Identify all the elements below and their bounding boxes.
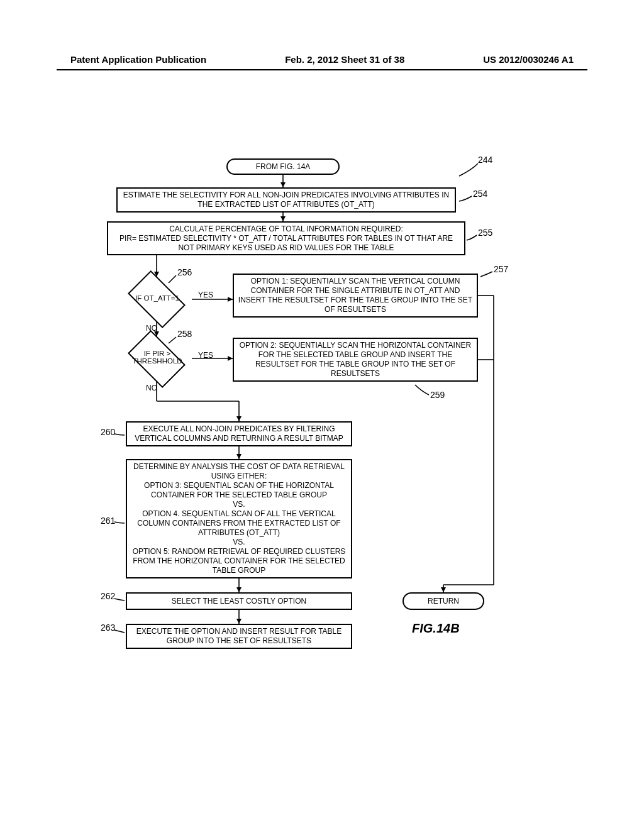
- process-255-text: CALCULATE PERCENTAGE OF TOTAL INFORMATIO…: [112, 224, 460, 253]
- process-259-text: OPTION 2: SEQUENTIALLY SCAN THE HORIZONT…: [238, 341, 473, 379]
- no-label-258: NO: [146, 384, 157, 392]
- process-260: EXECUTE ALL NON-JOIN PREDICATES BY FILTE…: [126, 421, 352, 446]
- process-262-text: SELECT THE LEAST COSTLY OPTION: [172, 597, 306, 606]
- header-right: US 2012/0030246 A1: [483, 54, 574, 65]
- header-center: Feb. 2, 2012 Sheet 31 of 38: [285, 54, 404, 65]
- process-254: ESTIMATE THE SELECTIVITY FOR ALL NON-JOI…: [116, 187, 456, 213]
- ref-259: 259: [430, 390, 445, 400]
- process-263: EXECUTE THE OPTION AND INSERT RESULT FOR…: [126, 624, 352, 649]
- ref-261: 261: [101, 516, 115, 526]
- connector-label: FROM FIG. 14A: [256, 162, 311, 172]
- flowchart-canvas: FROM FIG. 14A ESTIMATE THE SELECTIVITY F…: [101, 151, 541, 755]
- ref-258: 258: [177, 329, 192, 339]
- page-header: Patent Application Publication Feb. 2, 2…: [0, 54, 644, 65]
- process-261: DETERMINE BY ANALYSIS THE COST OF DATA R…: [126, 459, 352, 578]
- page: Patent Application Publication Feb. 2, 2…: [0, 0, 644, 830]
- ref-244: 244: [478, 155, 492, 165]
- svg-marker-1: [280, 182, 286, 187]
- svg-line-29: [169, 337, 176, 343]
- svg-marker-15: [236, 416, 242, 421]
- ref-260: 260: [101, 427, 115, 437]
- process-257-text: OPTION 1: SEQUENTIALLY SCAN THE VERTICAL…: [238, 277, 473, 314]
- connector-from-fig14a: FROM FIG. 14A: [226, 158, 340, 175]
- svg-marker-19: [236, 587, 242, 592]
- header-rule: [57, 69, 587, 70]
- no-label-256: NO: [146, 324, 157, 333]
- header-left: Patent Application Publication: [70, 54, 206, 65]
- decision-256: [128, 270, 186, 328]
- process-261-text: DETERMINE BY ANALYSIS THE COST OF DATA R…: [131, 462, 347, 575]
- svg-marker-17: [236, 454, 242, 459]
- process-255: CALCULATE PERCENTAGE OF TOTAL INFORMATIO…: [107, 221, 465, 255]
- ref-256: 256: [177, 267, 192, 277]
- process-262: SELECT THE LEAST COSTLY OPTION: [126, 592, 352, 610]
- process-257: OPTION 1: SEQUENTIALLY SCAN THE VERTICAL…: [233, 274, 478, 318]
- process-254-text: ESTIMATE THE SELECTIVITY FOR ALL NON-JOI…: [121, 191, 451, 209]
- return-label: RETURN: [428, 597, 459, 606]
- svg-marker-11: [228, 356, 233, 361]
- figure-label: FIG.14B: [412, 621, 460, 636]
- yes-label-256: YES: [198, 290, 213, 299]
- ref-257: 257: [494, 264, 508, 274]
- connector-return: RETURN: [402, 592, 484, 610]
- svg-line-28: [169, 275, 176, 283]
- svg-marker-21: [236, 619, 242, 624]
- process-260-text: EXECUTE ALL NON-JOIN PREDICATES BY FILTE…: [131, 424, 347, 443]
- svg-marker-7: [228, 297, 233, 302]
- svg-marker-27: [441, 587, 446, 592]
- svg-marker-3: [280, 216, 286, 221]
- ref-255: 255: [478, 228, 492, 238]
- ref-254: 254: [473, 189, 487, 199]
- process-259: OPTION 2: SEQUENTIALLY SCAN THE HORIZONT…: [233, 338, 478, 382]
- ref-263: 263: [101, 622, 115, 633]
- yes-label-258: YES: [198, 351, 213, 360]
- process-263-text: EXECUTE THE OPTION AND INSERT RESULT FOR…: [131, 627, 347, 646]
- ref-262: 262: [101, 591, 115, 601]
